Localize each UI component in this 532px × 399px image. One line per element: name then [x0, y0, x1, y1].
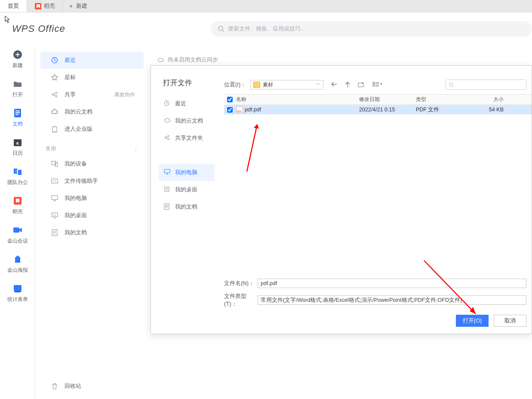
open-button[interactable]: 打开(O)	[456, 315, 489, 327]
section-more-icon[interactable]: ⋮	[133, 146, 138, 152]
open-file-dialog: 打开文件 最近 我的云文档 共享文件夹 我的电脑 我的桌面	[151, 65, 532, 334]
svg-rect-37	[373, 85, 375, 86]
dialog-nav: 最近 我的云文档 共享文件夹 我的电脑 我的桌面 我的文档	[159, 95, 215, 215]
svg-text:T: T	[15, 169, 17, 173]
svg-rect-24	[52, 179, 58, 183]
svg-point-19	[55, 92, 57, 94]
leftnav-calendar[interactable]: 日历	[0, 132, 35, 162]
cancel-button[interactable]: 取消	[494, 315, 526, 327]
sidecol-mypc[interactable]: 我的电脑	[40, 190, 144, 207]
dlgnav-cloud[interactable]: 我的云文档	[159, 112, 215, 129]
sidecol-cloud[interactable]: 我的云文档	[40, 103, 144, 120]
dlgnav-desktop[interactable]: 我的桌面	[159, 181, 215, 198]
tab-home[interactable]: 首页	[0, 0, 27, 12]
sidecol-device[interactable]: 我的设备	[40, 155, 144, 172]
dlgnav-mypc-label: 我的电脑	[175, 169, 197, 176]
location-bar: 位置(I)： 素材 ﹀ ▾	[224, 80, 526, 90]
leftnav-poster-label: 金山海报	[7, 267, 28, 274]
header-checkbox[interactable]	[227, 97, 233, 102]
file-row[interactable]: pdf.pdf 2022/4/21 0:15 PDF 文件 54 KB	[224, 105, 532, 114]
leftnav-team[interactable]: T 团队办公	[0, 162, 35, 191]
dlgnav-mypc[interactable]: 我的电脑	[159, 164, 215, 181]
filename-input[interactable]: pdf.pdf	[258, 279, 526, 288]
dlg-mypc-icon	[164, 169, 171, 176]
sidecol-recent[interactable]: 最近	[40, 52, 144, 69]
dialog-bottom: 文件名(N)： pdf.pdf 文件类型(T)： 常用文件(文字/Word格式;…	[224, 279, 526, 327]
sidecol-enterprise[interactable]: 进入企业版	[40, 120, 144, 138]
leftnav-docer[interactable]: 稻壳	[0, 191, 35, 220]
leftnav-meeting-label: 金山会议	[7, 237, 28, 245]
back-icon[interactable]	[331, 82, 337, 88]
file-size: 54 KB	[471, 107, 509, 113]
svg-rect-5	[15, 110, 20, 111]
svg-point-29	[165, 137, 166, 138]
plus-icon: +	[69, 3, 73, 9]
svg-line-2	[222, 30, 224, 32]
leftnav-new-label: 新建	[12, 62, 23, 69]
svg-rect-9	[14, 139, 22, 141]
svg-rect-15	[13, 227, 19, 233]
leftnav-form[interactable]: 统计表单	[0, 279, 35, 308]
sidecol-mydocs-label: 我的文档	[65, 229, 87, 236]
dlgnav-desktop-label: 我的桌面	[175, 186, 197, 193]
sidecol-star-label: 星标	[65, 74, 76, 81]
sidecol-transfer-label: 文件传输助手	[65, 177, 98, 185]
svg-rect-12	[18, 170, 22, 175]
svg-point-31	[168, 138, 169, 140]
location-combo[interactable]: 素材 ﹀	[250, 80, 323, 89]
newfolder-icon[interactable]	[358, 82, 365, 88]
search-input[interactable]	[228, 25, 525, 32]
sync-notice-text: 尚未启用文档云同步	[168, 56, 218, 64]
sidecol-mydocs[interactable]: 我的文档	[40, 224, 144, 241]
recycle-icon	[51, 382, 58, 390]
sidecol-transfer[interactable]: 文件传输助手	[40, 172, 144, 190]
col-type[interactable]: 类型	[416, 96, 471, 103]
file-type: PDF 文件	[416, 106, 471, 114]
tab-home-label: 首页	[8, 2, 19, 10]
location-label: 位置(I)：	[224, 81, 246, 89]
file-name: pdf.pdf	[245, 107, 261, 113]
up-icon[interactable]	[345, 82, 350, 88]
recent-icon	[51, 56, 58, 64]
dlg-mydocs-icon	[164, 203, 171, 210]
sidecol-share[interactable]: 共享 高效协作	[40, 86, 144, 103]
leftnav-calendar-label: 日历	[12, 150, 23, 157]
view-icon[interactable]: ▾	[372, 82, 382, 88]
leftnav-open[interactable]: 打开	[0, 74, 35, 103]
left-nav: 新建 打开 文档 日历 T 团队办公 稻壳 金山会议 金山海报 统计表单	[0, 45, 35, 399]
search-box[interactable]	[211, 21, 532, 37]
leftnav-meeting[interactable]: 金山会议	[0, 220, 35, 249]
dlgnav-recent[interactable]: 最近	[159, 95, 215, 112]
svg-point-18	[52, 94, 54, 95]
section-common: 常用 ⋮	[35, 138, 149, 155]
sidecol-recycle[interactable]: 回收站	[40, 378, 144, 395]
sidecol-star[interactable]: 星标	[40, 69, 144, 86]
filetype-combo[interactable]: 常用文件(文字/Word格式;表格/Excel格式;演示/PowerPoint格…	[258, 295, 526, 305]
location-value: 素材	[263, 81, 273, 89]
leftnav-new[interactable]: 新建	[0, 45, 35, 74]
sidecol-recent-label: 最近	[65, 56, 76, 64]
new-tab-button[interactable]: + 新建	[63, 0, 93, 12]
dlgnav-mydocs[interactable]: 我的文档	[159, 198, 215, 215]
sync-notice[interactable]: 尚未启用文档云同步	[157, 56, 218, 64]
dlgnav-shared[interactable]: 共享文件夹	[159, 129, 215, 147]
sidecol-device-label: 我的设备	[65, 160, 87, 168]
docer-nav-icon	[13, 196, 22, 206]
sort-indicator-icon: ︿	[359, 95, 363, 101]
row-checkbox[interactable]	[227, 107, 233, 113]
dialog-search[interactable]	[446, 80, 526, 90]
sidecol-enterprise-label: 进入企业版	[65, 125, 92, 133]
svg-point-38	[449, 83, 453, 86]
mypc-icon	[51, 194, 58, 202]
leftnav-poster[interactable]: 金山海报	[0, 249, 35, 279]
sidecol-desktop[interactable]: 我的桌面	[40, 207, 144, 224]
tab-docer[interactable]: 稻壳	[27, 0, 63, 12]
col-name[interactable]: 名称	[235, 96, 359, 103]
leftnav-docs[interactable]: 文档	[0, 103, 35, 132]
dlg-recent-icon	[164, 100, 171, 107]
sidecol-cloud-label: 我的云文档	[65, 108, 92, 116]
leftnav-docer-label: 稻壳	[12, 208, 23, 215]
file-header: 名称 ︿ 修改日期 类型 大小	[224, 95, 532, 105]
col-size[interactable]: 大小	[471, 96, 509, 103]
col-date[interactable]: 修改日期	[359, 96, 416, 103]
